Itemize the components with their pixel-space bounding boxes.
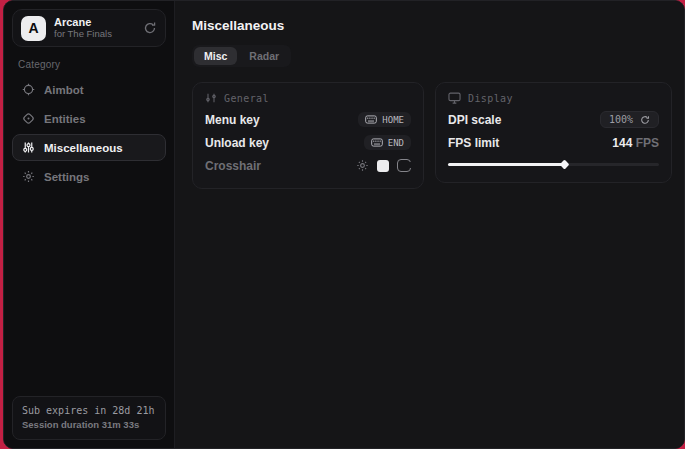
fps-limit-slider[interactable]	[448, 157, 659, 171]
entities-icon	[22, 112, 35, 125]
menu-key-label: Menu key	[205, 113, 260, 127]
page-title: Miscellaneous	[192, 18, 672, 33]
display-card: Display DPI scale 100%	[435, 82, 672, 183]
fps-limit-value: 144 FPS	[612, 136, 659, 150]
keyboard-icon	[371, 138, 383, 147]
crosshair-label: Crosshair	[205, 159, 261, 173]
crosshair-icon	[22, 83, 35, 96]
app-subtitle: for The Finals	[54, 29, 135, 40]
crosshair-row: Crosshair	[205, 154, 411, 177]
menu-key-value: HOME	[382, 115, 404, 125]
sidebar-item-label: Aimbot	[44, 84, 84, 96]
menu-key-button[interactable]: HOME	[358, 112, 411, 127]
dpi-scale-row: DPI scale 100%	[448, 108, 659, 131]
sidebar-item-label: Entities	[44, 113, 86, 125]
refresh-icon[interactable]	[143, 21, 157, 35]
slider-fill	[448, 163, 564, 166]
dpi-scale-value: 100%	[609, 114, 633, 125]
menu-key-row: Menu key HOME	[205, 108, 411, 131]
fps-limit-label: FPS limit	[448, 136, 499, 150]
sidebar-item-settings[interactable]: Settings	[12, 163, 166, 190]
unload-key-row: Unload key END	[205, 131, 411, 154]
sidebar-item-miscellaneous[interactable]: Miscellaneous	[12, 134, 166, 161]
general-card-title: General	[224, 93, 269, 104]
dpi-scale-control[interactable]: 100%	[600, 111, 659, 128]
slider-thumb[interactable]	[560, 160, 570, 170]
app-name: Arcane	[54, 16, 135, 29]
reset-refresh-icon	[640, 115, 650, 125]
sidebar-item-label: Settings	[44, 171, 89, 183]
sidebar-item-aimbot[interactable]: Aimbot	[12, 76, 166, 103]
crosshair-checkbox[interactable]	[397, 159, 411, 172]
unload-key-label: Unload key	[205, 136, 269, 150]
crosshair-color-swatch[interactable]	[377, 160, 389, 172]
app-logo: A	[21, 16, 46, 41]
session-duration-text: Session duration 31m 33s	[22, 418, 156, 432]
dpi-scale-label: DPI scale	[448, 113, 501, 127]
keyboard-icon	[365, 115, 377, 124]
unload-key-button[interactable]: END	[364, 135, 411, 150]
sidebar-item-entities[interactable]: Entities	[12, 105, 166, 132]
sliders-icon	[22, 141, 35, 154]
subscription-card: Sub expires in 28d 21h Session duration …	[12, 396, 166, 440]
tab-misc[interactable]: Misc	[194, 47, 237, 65]
sidebar-item-label: Miscellaneous	[44, 142, 123, 154]
category-label: Category	[18, 59, 166, 70]
fps-limit-row: FPS limit 144 FPS	[448, 131, 659, 154]
sub-expiry-text: Sub expires in 28d 21h	[22, 404, 156, 419]
main-content: Miscellaneous Misc Radar General	[175, 1, 685, 448]
sidebar-nav: Aimbot Entities	[12, 76, 166, 190]
app-window: A Arcane for The Finals Category	[3, 0, 685, 449]
fps-unit: FPS	[636, 136, 659, 150]
crosshair-settings-gear-icon[interactable]	[356, 159, 369, 172]
general-card: General Menu key HOME	[192, 82, 424, 189]
tab-radar[interactable]: Radar	[239, 47, 289, 65]
tab-bar: Misc Radar	[192, 45, 291, 67]
sidebar: A Arcane for The Finals Category	[4, 1, 175, 448]
monitor-icon	[448, 92, 461, 104]
unload-key-value: END	[388, 138, 404, 148]
keyboard-sliders-icon	[205, 92, 217, 104]
display-card-title: Display	[468, 93, 513, 104]
app-header-card: A Arcane for The Finals	[12, 9, 166, 47]
gear-icon	[22, 170, 35, 183]
